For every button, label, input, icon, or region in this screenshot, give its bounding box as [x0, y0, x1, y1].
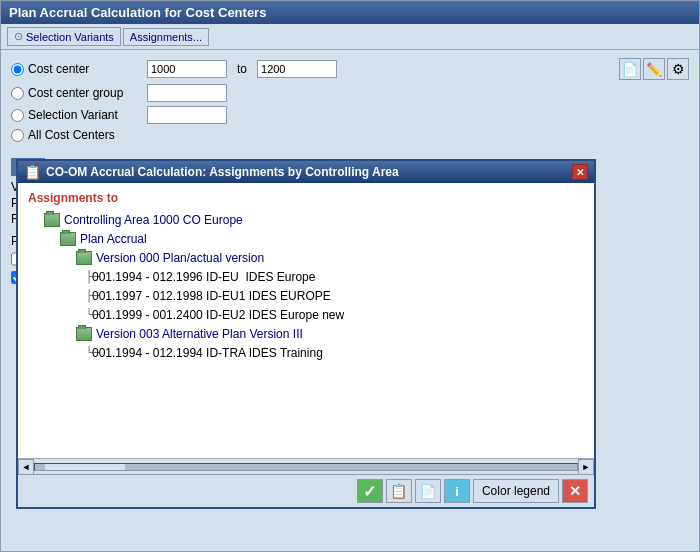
tree-branch-eu2: └─	[28, 306, 92, 324]
leaf-tra-text: 001.1994 - 012.1994 ID-TRA IDES Training	[92, 344, 323, 362]
folder-icon-version-000	[76, 251, 92, 265]
modal-dialog: 📋 CO-OM Accrual Calculation: Assignments…	[16, 159, 596, 509]
edit-icon: ✏️	[646, 62, 662, 77]
modal-title-bar: 📋 CO-OM Accrual Calculation: Assignments…	[18, 161, 594, 183]
modal-content[interactable]: Assignments to Controlling Area 1000 CO …	[18, 183, 594, 458]
tree-controlling-area: Controlling Area 1000 CO Europe	[28, 211, 584, 229]
tree-indent-1	[28, 230, 60, 248]
cancel-button[interactable]: ✕	[562, 479, 588, 503]
tree-indent-0	[28, 211, 44, 229]
main-window: Plan Accrual Calculation for Cost Center…	[0, 0, 700, 552]
cost-center-from-input[interactable]	[147, 60, 227, 78]
version-003-text: Version 003 Alternative Plan Version III	[96, 325, 303, 343]
assignments-label: Assignments...	[130, 31, 202, 43]
cost-center-group-radio[interactable]	[11, 87, 24, 100]
selection-variant-label: Selection Variant	[28, 108, 118, 122]
copy-icon: 📋	[390, 483, 407, 499]
selection-variants-icon: ⊙	[14, 30, 23, 43]
controlling-area-text: Controlling Area 1000 CO Europe	[64, 211, 243, 229]
modal-close-button[interactable]: ✕	[572, 164, 588, 180]
copy-button[interactable]: 📋	[386, 479, 412, 503]
cost-center-group-label: Cost center group	[28, 86, 123, 100]
modal-title-icon: 📋	[24, 164, 41, 180]
main-toolbar: ⊙ Selection Variants Assignments...	[1, 24, 699, 50]
all-cost-centers-label: All Cost Centers	[28, 128, 115, 142]
all-cost-centers-radio-label[interactable]: All Cost Centers	[11, 128, 141, 142]
leaf-eu1-text: 001.1997 - 012.1998 ID-EU1 IDES EUROPE	[92, 287, 331, 305]
tree-header: Assignments to	[28, 191, 584, 205]
tree-leaf-eu1: ├─ 001.1997 - 012.1998 ID-EU1 IDES EUROP…	[28, 287, 584, 305]
confirm-button[interactable]: ✓	[357, 479, 383, 503]
paste-button[interactable]: 📄	[415, 479, 441, 503]
selection-variant-row: Selection Variant	[11, 106, 689, 124]
all-cost-centers-radio[interactable]	[11, 129, 24, 142]
cost-center-radio[interactable]	[11, 63, 24, 76]
folder-icon-version-003	[76, 327, 92, 341]
settings-icon: ⚙	[672, 61, 685, 77]
cost-center-group-radio-label[interactable]: Cost center group	[11, 86, 141, 100]
tree-version-003: Version 003 Alternative Plan Version III	[28, 325, 584, 343]
tree-leaf-tra: └─ 001.1994 - 012.1994 ID-TRA IDES Train…	[28, 344, 584, 362]
cost-center-to-input[interactable]	[257, 60, 337, 78]
tree-leaf-eu2: └─ 001.1999 - 001.2400 ID-EU2 IDES Europ…	[28, 306, 584, 324]
tree-branch-tra: └─	[28, 344, 92, 362]
info-button[interactable]: i	[444, 479, 470, 503]
to-label: to	[237, 62, 247, 76]
cost-center-group-row: Cost center group	[11, 84, 689, 102]
color-legend-button[interactable]: Color legend	[473, 479, 559, 503]
new-document-button[interactable]: 📄	[619, 58, 641, 80]
plan-accrual-text: Plan Accrual	[80, 230, 147, 248]
leaf-eu-text: 001.1994 - 012.1996 ID-EU IDES Europe	[92, 268, 315, 286]
folder-icon-plan-accrual	[60, 232, 76, 246]
cost-center-group-input[interactable]	[147, 84, 227, 102]
tree-plan-accrual: Plan Accrual	[28, 230, 584, 248]
all-cost-centers-row: All Cost Centers	[11, 128, 689, 142]
tree-indent-2	[28, 249, 76, 267]
icon-buttons-group: 📄 ✏️ ⚙	[619, 58, 689, 80]
modal-footer: ✓ 📋 📄 i Color legend ✕	[18, 474, 594, 507]
modal-title-text: CO-OM Accrual Calculation: Assignments b…	[46, 165, 399, 179]
paste-icon: 📄	[420, 484, 436, 499]
cost-center-radio-label[interactable]: Cost center	[11, 62, 141, 76]
tree-indent-v003	[28, 325, 76, 343]
cost-center-label: Cost center	[28, 62, 89, 76]
assignments-button[interactable]: Assignments...	[123, 28, 209, 46]
selection-variant-radio-label[interactable]: Selection Variant	[11, 108, 141, 122]
selection-variants-label: Selection Variants	[26, 31, 114, 43]
leaf-eu2-text: 001.1999 - 001.2400 ID-EU2 IDES Europe n…	[92, 306, 344, 324]
version-000-text: Version 000 Plan/actual version	[96, 249, 264, 267]
scrollbar-track[interactable]	[34, 463, 578, 471]
scroll-right-button[interactable]: ►	[578, 459, 594, 475]
edit-button[interactable]: ✏️	[643, 58, 665, 80]
selection-variant-input[interactable]	[147, 106, 227, 124]
cost-center-row: Cost center to 📄 ✏️ ⚙	[11, 58, 689, 80]
modal-scrollbar: ◄ ►	[18, 458, 594, 474]
tree-branch-eu1: ├─	[28, 287, 92, 305]
scroll-left-button[interactable]: ◄	[18, 459, 34, 475]
selection-variants-button[interactable]: ⊙ Selection Variants	[7, 27, 121, 46]
main-title: Plan Accrual Calculation for Cost Center…	[9, 5, 266, 20]
tree-version-000: Version 000 Plan/actual version	[28, 249, 584, 267]
modal-title-left: 📋 CO-OM Accrual Calculation: Assignments…	[24, 164, 399, 180]
form-area: Cost center to 📄 ✏️ ⚙ Cost center	[1, 50, 699, 154]
main-title-bar: Plan Accrual Calculation for Cost Center…	[1, 1, 699, 24]
tree-root: Assignments to Controlling Area 1000 CO …	[28, 191, 584, 362]
tree-branch-eu: ├─	[28, 268, 92, 286]
tree-leaf-eu: ├─ 001.1994 - 012.1996 ID-EU IDES Europe	[28, 268, 584, 286]
settings-button[interactable]: ⚙	[667, 58, 689, 80]
new-document-icon: 📄	[622, 62, 638, 77]
selection-variant-radio[interactable]	[11, 109, 24, 122]
folder-icon-controlling	[44, 213, 60, 227]
color-legend-label: Color legend	[482, 484, 550, 498]
